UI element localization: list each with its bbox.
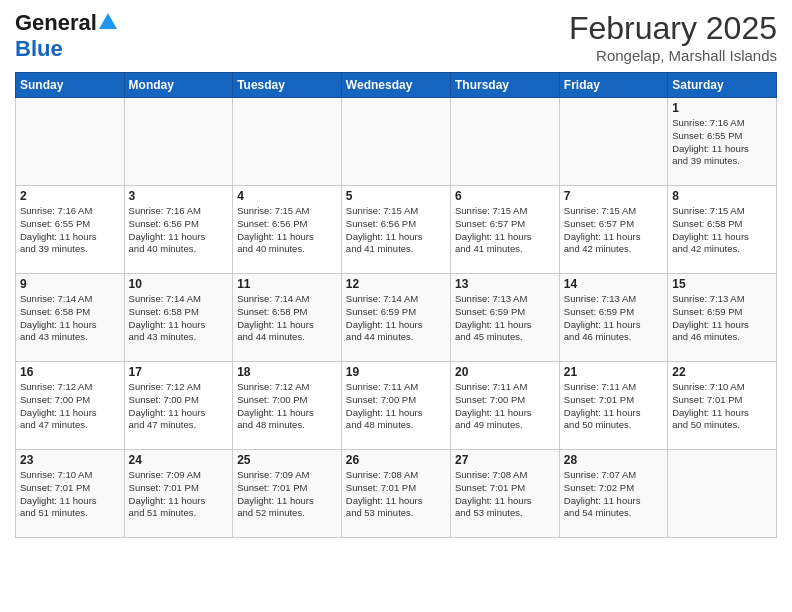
weekday-header-tuesday: Tuesday <box>233 73 342 98</box>
day-info: Sunrise: 7:16 AM Sunset: 6:55 PM Dayligh… <box>20 205 120 256</box>
calendar-cell: 3Sunrise: 7:16 AM Sunset: 6:56 PM Daylig… <box>124 186 233 274</box>
day-info: Sunrise: 7:15 AM Sunset: 6:58 PM Dayligh… <box>672 205 772 256</box>
calendar-cell: 16Sunrise: 7:12 AM Sunset: 7:00 PM Dayli… <box>16 362 125 450</box>
day-number: 9 <box>20 277 120 291</box>
week-row-5: 23Sunrise: 7:10 AM Sunset: 7:01 PM Dayli… <box>16 450 777 538</box>
calendar-cell: 14Sunrise: 7:13 AM Sunset: 6:59 PM Dayli… <box>559 274 667 362</box>
day-info: Sunrise: 7:15 AM Sunset: 6:56 PM Dayligh… <box>346 205 446 256</box>
calendar-cell: 18Sunrise: 7:12 AM Sunset: 7:00 PM Dayli… <box>233 362 342 450</box>
day-number: 7 <box>564 189 663 203</box>
calendar-cell: 5Sunrise: 7:15 AM Sunset: 6:56 PM Daylig… <box>341 186 450 274</box>
day-number: 10 <box>129 277 229 291</box>
calendar-cell <box>341 98 450 186</box>
calendar-cell <box>559 98 667 186</box>
day-info: Sunrise: 7:09 AM Sunset: 7:01 PM Dayligh… <box>237 469 337 520</box>
day-number: 19 <box>346 365 446 379</box>
calendar-table: SundayMondayTuesdayWednesdayThursdayFrid… <box>15 72 777 538</box>
calendar-cell: 7Sunrise: 7:15 AM Sunset: 6:57 PM Daylig… <box>559 186 667 274</box>
calendar-cell: 19Sunrise: 7:11 AM Sunset: 7:00 PM Dayli… <box>341 362 450 450</box>
day-number: 6 <box>455 189 555 203</box>
day-info: Sunrise: 7:13 AM Sunset: 6:59 PM Dayligh… <box>672 293 772 344</box>
calendar-cell: 10Sunrise: 7:14 AM Sunset: 6:58 PM Dayli… <box>124 274 233 362</box>
weekday-header-sunday: Sunday <box>16 73 125 98</box>
day-number: 1 <box>672 101 772 115</box>
day-number: 14 <box>564 277 663 291</box>
day-info: Sunrise: 7:10 AM Sunset: 7:01 PM Dayligh… <box>20 469 120 520</box>
day-number: 21 <box>564 365 663 379</box>
day-info: Sunrise: 7:11 AM Sunset: 7:01 PM Dayligh… <box>564 381 663 432</box>
calendar-cell: 2Sunrise: 7:16 AM Sunset: 6:55 PM Daylig… <box>16 186 125 274</box>
calendar-cell: 27Sunrise: 7:08 AM Sunset: 7:01 PM Dayli… <box>450 450 559 538</box>
weekday-header-friday: Friday <box>559 73 667 98</box>
day-info: Sunrise: 7:09 AM Sunset: 7:01 PM Dayligh… <box>129 469 229 520</box>
day-number: 2 <box>20 189 120 203</box>
day-number: 16 <box>20 365 120 379</box>
day-number: 3 <box>129 189 229 203</box>
day-info: Sunrise: 7:14 AM Sunset: 6:58 PM Dayligh… <box>237 293 337 344</box>
weekday-header-saturday: Saturday <box>668 73 777 98</box>
day-number: 28 <box>564 453 663 467</box>
calendar-cell <box>233 98 342 186</box>
day-info: Sunrise: 7:16 AM Sunset: 6:56 PM Dayligh… <box>129 205 229 256</box>
day-info: Sunrise: 7:14 AM Sunset: 6:58 PM Dayligh… <box>129 293 229 344</box>
location: Rongelap, Marshall Islands <box>569 47 777 64</box>
day-number: 27 <box>455 453 555 467</box>
weekday-header-row: SundayMondayTuesdayWednesdayThursdayFrid… <box>16 73 777 98</box>
day-info: Sunrise: 7:15 AM Sunset: 6:57 PM Dayligh… <box>455 205 555 256</box>
logo: General Blue <box>15 10 117 62</box>
week-row-2: 2Sunrise: 7:16 AM Sunset: 6:55 PM Daylig… <box>16 186 777 274</box>
day-info: Sunrise: 7:12 AM Sunset: 7:00 PM Dayligh… <box>20 381 120 432</box>
day-number: 13 <box>455 277 555 291</box>
day-number: 11 <box>237 277 337 291</box>
logo-general: General <box>15 10 97 36</box>
week-row-3: 9Sunrise: 7:14 AM Sunset: 6:58 PM Daylig… <box>16 274 777 362</box>
day-number: 5 <box>346 189 446 203</box>
calendar-cell: 23Sunrise: 7:10 AM Sunset: 7:01 PM Dayli… <box>16 450 125 538</box>
day-number: 18 <box>237 365 337 379</box>
calendar-cell: 8Sunrise: 7:15 AM Sunset: 6:58 PM Daylig… <box>668 186 777 274</box>
calendar-cell <box>124 98 233 186</box>
day-number: 24 <box>129 453 229 467</box>
day-number: 4 <box>237 189 337 203</box>
calendar-cell <box>16 98 125 186</box>
calendar-cell: 26Sunrise: 7:08 AM Sunset: 7:01 PM Dayli… <box>341 450 450 538</box>
day-info: Sunrise: 7:12 AM Sunset: 7:00 PM Dayligh… <box>129 381 229 432</box>
weekday-header-thursday: Thursday <box>450 73 559 98</box>
day-info: Sunrise: 7:15 AM Sunset: 6:57 PM Dayligh… <box>564 205 663 256</box>
weekday-header-monday: Monday <box>124 73 233 98</box>
calendar-cell: 20Sunrise: 7:11 AM Sunset: 7:00 PM Dayli… <box>450 362 559 450</box>
day-number: 12 <box>346 277 446 291</box>
day-number: 23 <box>20 453 120 467</box>
day-info: Sunrise: 7:14 AM Sunset: 6:58 PM Dayligh… <box>20 293 120 344</box>
calendar-cell: 13Sunrise: 7:13 AM Sunset: 6:59 PM Dayli… <box>450 274 559 362</box>
calendar-cell: 28Sunrise: 7:07 AM Sunset: 7:02 PM Dayli… <box>559 450 667 538</box>
logo-arrow-icon <box>99 13 117 29</box>
day-info: Sunrise: 7:08 AM Sunset: 7:01 PM Dayligh… <box>455 469 555 520</box>
day-info: Sunrise: 7:13 AM Sunset: 6:59 PM Dayligh… <box>455 293 555 344</box>
day-info: Sunrise: 7:10 AM Sunset: 7:01 PM Dayligh… <box>672 381 772 432</box>
week-row-4: 16Sunrise: 7:12 AM Sunset: 7:00 PM Dayli… <box>16 362 777 450</box>
day-number: 20 <box>455 365 555 379</box>
calendar-cell: 17Sunrise: 7:12 AM Sunset: 7:00 PM Dayli… <box>124 362 233 450</box>
calendar-cell: 21Sunrise: 7:11 AM Sunset: 7:01 PM Dayli… <box>559 362 667 450</box>
day-number: 25 <box>237 453 337 467</box>
logo-blue: Blue <box>15 36 63 61</box>
page-header: General Blue February 2025 Rongelap, Mar… <box>15 10 777 64</box>
day-number: 15 <box>672 277 772 291</box>
day-number: 17 <box>129 365 229 379</box>
day-number: 26 <box>346 453 446 467</box>
day-info: Sunrise: 7:16 AM Sunset: 6:55 PM Dayligh… <box>672 117 772 168</box>
day-info: Sunrise: 7:11 AM Sunset: 7:00 PM Dayligh… <box>455 381 555 432</box>
month-title: February 2025 <box>569 10 777 47</box>
day-info: Sunrise: 7:15 AM Sunset: 6:56 PM Dayligh… <box>237 205 337 256</box>
day-info: Sunrise: 7:11 AM Sunset: 7:00 PM Dayligh… <box>346 381 446 432</box>
day-number: 22 <box>672 365 772 379</box>
svg-marker-0 <box>99 13 117 29</box>
day-number: 8 <box>672 189 772 203</box>
weekday-header-wednesday: Wednesday <box>341 73 450 98</box>
calendar-cell: 25Sunrise: 7:09 AM Sunset: 7:01 PM Dayli… <box>233 450 342 538</box>
day-info: Sunrise: 7:13 AM Sunset: 6:59 PM Dayligh… <box>564 293 663 344</box>
day-info: Sunrise: 7:12 AM Sunset: 7:00 PM Dayligh… <box>237 381 337 432</box>
day-info: Sunrise: 7:07 AM Sunset: 7:02 PM Dayligh… <box>564 469 663 520</box>
calendar-cell: 12Sunrise: 7:14 AM Sunset: 6:59 PM Dayli… <box>341 274 450 362</box>
